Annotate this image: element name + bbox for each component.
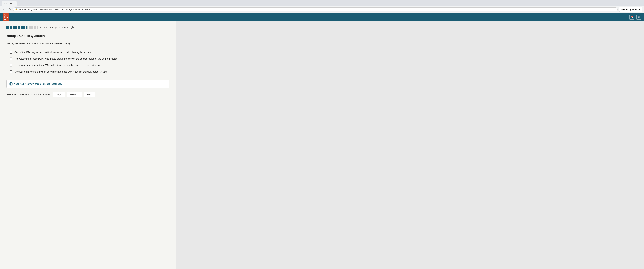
help-section[interactable]: ▶ Need help? Review these concept resour…	[6, 80, 169, 88]
progress-segment-10	[21, 26, 22, 29]
progress-total: 20	[46, 26, 48, 29]
help-text: Need help? Review these concept resource…	[14, 83, 62, 85]
url-text: https://learning.mheducation.com/static/…	[18, 8, 90, 11]
progress-count: 13	[40, 26, 42, 29]
radio-button-d[interactable]	[10, 70, 12, 73]
progress-text: 13 of 20 Concepts completed	[40, 26, 69, 29]
progress-segment-5	[13, 26, 14, 29]
browser-toolbar: ← ↻ 🔒 https://learning.mheducation.com/s…	[0, 6, 644, 13]
progress-label-text: Concepts completed	[49, 26, 69, 29]
progress-segment-18	[34, 26, 35, 29]
choice-text-d: She was eight years old when she was dia…	[14, 70, 107, 74]
progress-segment-11	[22, 26, 24, 29]
audio-icon[interactable]: 🔊	[636, 15, 642, 20]
choice-text-b: The Associated Press (A.P.) was first to…	[14, 57, 118, 61]
progress-of: of	[43, 26, 46, 29]
question-type-label: Multiple Choice Question	[6, 34, 169, 38]
progress-section: 13 of 20 Concepts completed i	[6, 25, 169, 29]
progress-segment-20	[37, 26, 38, 29]
help-play-icon: ▶	[10, 82, 12, 86]
info-icon[interactable]: i	[71, 26, 74, 29]
lock-icon: 🔒	[15, 8, 18, 11]
exit-close-icon: ×	[638, 8, 640, 11]
reload-button[interactable]: ↻	[7, 7, 12, 12]
progress-segment-2	[8, 26, 9, 29]
progress-segment-17	[32, 26, 33, 29]
progress-segment-4	[11, 26, 12, 29]
choice-item-c[interactable]: I withdraw money from the A.T.M. rather …	[10, 64, 169, 67]
confidence-label: Rate your confidence to submit your answ…	[6, 93, 50, 96]
progress-segment-13	[26, 26, 27, 29]
progress-segment-9	[19, 26, 20, 29]
progress-segment-3	[10, 26, 11, 29]
main-content: 13 of 20 Concepts completed i Multiple C…	[0, 21, 176, 269]
browser-chrome: G Google × ← ↻ 🔒 https://learning.mheduc…	[0, 0, 644, 13]
confidence-section: Rate your confidence to submit your answ…	[6, 92, 169, 97]
choice-item-a[interactable]: One of the F.B.I. agents was critically …	[10, 51, 169, 54]
choice-item-b[interactable]: The Associated Press (A.P.) was first to…	[10, 57, 169, 61]
app-header: Mc Graw Hill 📅 🔊	[0, 13, 644, 21]
radio-button-c[interactable]	[10, 64, 12, 67]
exit-assignment-button[interactable]: Exit Assignment ×	[619, 7, 642, 12]
progress-segment-6	[14, 26, 16, 29]
choice-item-d[interactable]: She was eight years old when she was dia…	[10, 70, 169, 74]
choices-container: One of the F.B.I. agents was critically …	[6, 51, 169, 74]
progress-segment-16	[30, 26, 32, 29]
question-text: Identify the sentence in which initialis…	[6, 42, 169, 45]
browser-tabs: G Google ×	[0, 0, 644, 6]
calendar-icon[interactable]: 📅	[629, 15, 634, 20]
confidence-btn-low[interactable]: Low	[84, 92, 95, 97]
progress-segment-8	[18, 26, 19, 29]
choice-text-c: I withdraw money from the A.T.M. rather …	[14, 64, 103, 67]
progress-segment-14	[27, 26, 28, 29]
progress-segment-7	[16, 26, 17, 29]
confidence-btn-medium[interactable]: Medium	[66, 92, 82, 97]
choice-text-a: One of the F.B.I. agents was critically …	[14, 51, 93, 54]
header-right-controls: 📅 🔊	[629, 15, 642, 20]
back-button[interactable]: ←	[2, 7, 6, 12]
progress-segment-15	[29, 26, 30, 29]
address-bar[interactable]: 🔒 https://learning.mheducation.com/stati…	[13, 7, 618, 11]
exit-assignment-label: Exit Assignment	[622, 8, 638, 11]
tab-close-button[interactable]: ×	[12, 2, 15, 5]
tab-label: G Google	[4, 2, 12, 5]
radio-button-b[interactable]	[10, 57, 12, 60]
radio-button-a[interactable]	[10, 51, 12, 54]
progress-segment-12	[24, 26, 25, 29]
browser-tab-google[interactable]: G Google ×	[2, 1, 17, 6]
confidence-buttons: HighMediumLow	[53, 92, 95, 97]
progress-segment-19	[35, 26, 36, 29]
progress-bar	[6, 26, 38, 29]
confidence-btn-high[interactable]: High	[53, 92, 65, 97]
progress-segment-1	[6, 26, 8, 29]
mcgraw-hill-logo: Mc Graw Hill	[2, 14, 9, 21]
